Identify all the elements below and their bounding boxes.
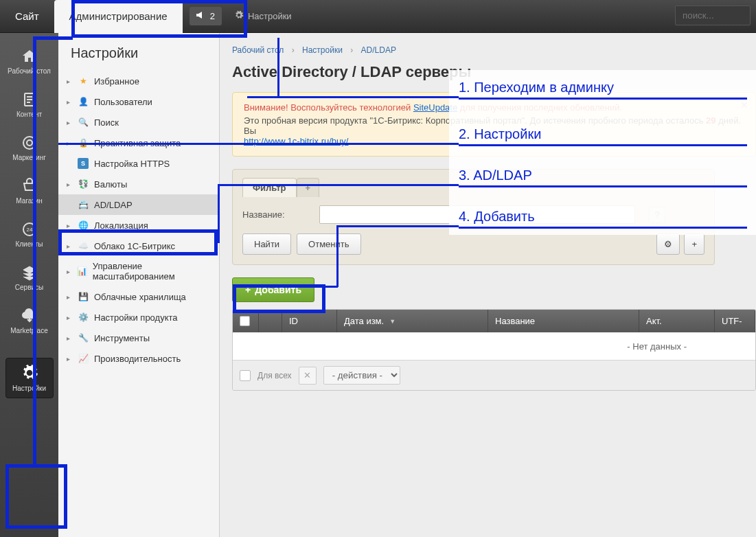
rail-label: Маркетинг: [12, 154, 46, 161]
annotation-2: 2. Настройки: [459, 126, 747, 146]
rail-shop[interactable]: Магазин: [5, 172, 54, 210]
rail-label: Настройки: [12, 385, 46, 392]
col-id[interactable]: ID: [282, 310, 337, 332]
grid-body: - Нет данных -: [233, 332, 755, 360]
sidebar: Настройки ▸★Избранное ▸👤Пользователи ▸🔍П…: [58, 33, 220, 537]
rail-desktop[interactable]: Рабочий стол: [5, 43, 54, 80]
sidebar-item-label: Облачные хранилища: [94, 292, 186, 302]
rail-content[interactable]: Контент: [5, 86, 54, 124]
annotation-connector: [33, 36, 73, 40]
annotation-3: 3. AD/LDAP: [459, 168, 747, 187]
clear-button[interactable]: ✕: [299, 367, 317, 385]
topbar: Сайт Администрирование 2 Настройки: [0, 0, 756, 33]
col-active[interactable]: Акт.: [639, 310, 715, 332]
rail-label: Контент: [16, 111, 42, 118]
sidebar-item-label: Пользователи: [94, 97, 152, 107]
cancel-button[interactable]: Отменить: [297, 233, 360, 255]
add-button[interactable]: + Добавить: [232, 277, 314, 302]
breadcrumb-settings[interactable]: Настройки: [302, 45, 343, 55]
notifications-indicator[interactable]: 2: [190, 7, 222, 25]
annotation-1: 1. Переходим в админку: [459, 80, 747, 100]
grid-header: ID Дата изм. Название Акт. UTF-: [233, 310, 755, 332]
left-rail: Рабочий стол Контент Маркетинг Магазин 2…: [0, 33, 58, 537]
sidebar-item-currency[interactable]: ▸💱Валюты: [58, 174, 219, 194]
sidebar-item-label: Валюты: [94, 179, 127, 190]
rail-label: Рабочий стол: [8, 67, 51, 75]
no-data-text: - Нет данных -: [627, 341, 687, 352]
sidebar-item-product[interactable]: ▸⚙️Настройки продукта: [58, 307, 219, 328]
sidebar-item-scaling[interactable]: ▸📊Управление масштабированием: [58, 256, 219, 286]
indicator-count: 2: [210, 11, 215, 21]
sidebar-item-cloud[interactable]: ▸☁️Облако 1С-Битрикс: [58, 236, 219, 256]
sidebar-item-label: Локализация: [94, 220, 148, 231]
filter-add-tab[interactable]: +: [297, 178, 320, 197]
rail-clients[interactable]: 24 Клиенты: [5, 216, 54, 253]
sidebar-item-perf[interactable]: ▸📈Производительность: [58, 348, 219, 369]
rail-settings[interactable]: Настройки: [5, 358, 54, 398]
grid-footer: Для всех ✕ - действия -: [233, 360, 755, 390]
annotation-connector: [336, 225, 339, 287]
col-menu: [259, 310, 282, 332]
sidebar-item-label: Настройка HTTPS: [94, 159, 170, 169]
chevron-right-icon: ›: [292, 45, 295, 55]
sidebar-item-label: Облако 1С-Битрикс: [94, 241, 175, 251]
plus-icon: +: [245, 284, 251, 295]
actions-select[interactable]: - действия -: [323, 366, 400, 385]
topbar-search: [675, 0, 756, 33]
search-input[interactable]: [675, 5, 751, 25]
rail-label: Клиенты: [15, 240, 43, 248]
topbar-settings[interactable]: Настройки: [234, 10, 292, 22]
sidebar-item-favorites[interactable]: ▸★Избранное: [58, 71, 219, 91]
rail-marketing[interactable]: Маркетинг: [5, 129, 54, 167]
col-utf[interactable]: UTF-: [715, 310, 755, 332]
data-grid: ID Дата изм. Название Акт. UTF- - Нет да…: [232, 309, 756, 391]
breadcrumb-desktop[interactable]: Рабочий стол: [232, 45, 284, 55]
sidebar-item-tools[interactable]: ▸🔧Инструменты: [58, 328, 219, 348]
col-date[interactable]: Дата изм.: [337, 310, 488, 332]
tab-admin[interactable]: Администрирование: [54, 0, 183, 33]
rail-marketplace[interactable]: Marketplace: [5, 302, 54, 340]
rail-label: Сервисы: [15, 284, 43, 291]
annotation-connector: [277, 38, 279, 97]
rail-label: Marketplace: [10, 327, 47, 334]
col-checkbox[interactable]: [233, 310, 259, 332]
sidebar-item-https[interactable]: SНастройка HTTPS: [58, 153, 219, 174]
filter-add-button[interactable]: +: [684, 233, 705, 255]
rail-services[interactable]: Сервисы: [5, 259, 54, 297]
sidebar-item-label: Управление масштабированием: [93, 261, 211, 282]
sidebar-item-label: Настройки продукта: [94, 312, 178, 323]
sidebar-item-adldap[interactable]: 📇AD/LDAP: [58, 194, 219, 215]
annotation-connector: [336, 225, 459, 227]
col-name[interactable]: Название: [488, 310, 639, 332]
sidebar-item-label: Избранное: [94, 76, 139, 87]
annotation-4: 4. Добавить: [459, 209, 747, 229]
svg-point-5: [27, 140, 32, 146]
plus-icon: +: [691, 239, 697, 249]
annotation-connector: [325, 286, 338, 288]
svg-text:24: 24: [26, 227, 32, 233]
sidebar-item-label: Производительность: [94, 354, 181, 364]
sidebar-heading: Настройки: [58, 33, 219, 71]
sidebar-item-label: Поиск: [94, 117, 119, 128]
sidebar-item-search[interactable]: ▸🔍Поиск: [58, 112, 219, 133]
sidebar-item-label: Инструменты: [94, 333, 150, 343]
annotation-connector: [218, 184, 459, 186]
annotation-connector: [33, 38, 36, 464]
add-button-label: Добавить: [255, 284, 301, 295]
filter-settings-button[interactable]: ⚙: [656, 233, 680, 255]
sidebar-tree: ▸★Избранное ▸👤Пользователи ▸🔍Поиск ▸🔒Про…: [58, 71, 219, 369]
tab-site[interactable]: Сайт: [0, 0, 54, 33]
annotation-connector: [58, 143, 459, 145]
for-all-label: Для всех: [257, 371, 292, 380]
find-button[interactable]: Найти: [242, 233, 291, 255]
gear-icon: ⚙: [664, 239, 672, 249]
sidebar-item-locale[interactable]: ▸🌐Локализация: [58, 215, 219, 236]
sidebar-item-storage[interactable]: ▸💾Облачные хранилища: [58, 286, 219, 307]
select-all-checkbox[interactable]: [240, 370, 251, 381]
breadcrumb-adldap[interactable]: AD/LDAP: [361, 45, 396, 55]
megaphone-icon: [196, 11, 206, 21]
annotation-connector: [218, 184, 220, 243]
filter-tab[interactable]: Фильтр: [242, 178, 297, 197]
rail-label: Магазин: [16, 197, 43, 205]
sidebar-item-users[interactable]: ▸👤Пользователи: [58, 91, 219, 112]
